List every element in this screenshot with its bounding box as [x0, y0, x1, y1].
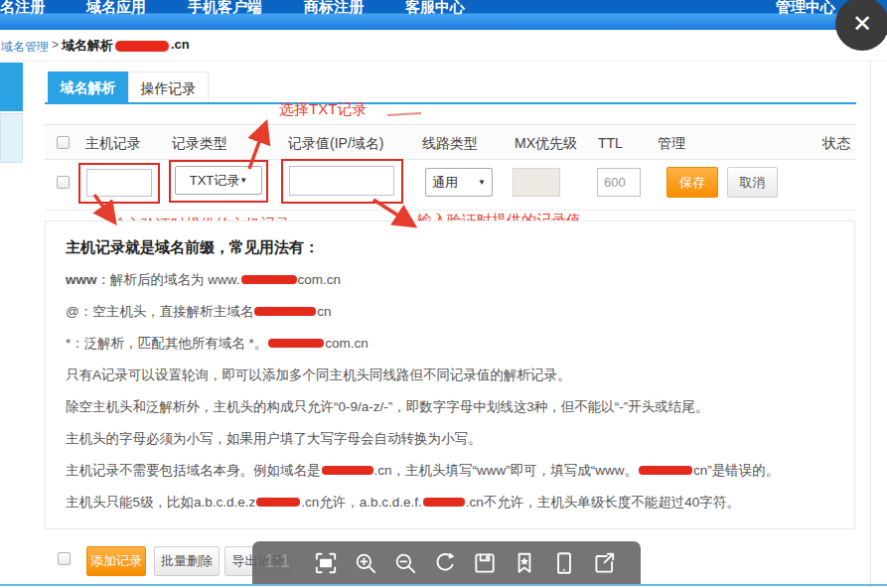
- help-body: www：解析后的域名为 www.com.cn@：空主机头，直接解析主域名cn*：…: [66, 270, 834, 513]
- help-line: 除空主机头和泛解析外，主机头的构成只允许“0-9/a-z/-”，即数字字母中划线…: [66, 397, 834, 417]
- divider: [45, 210, 856, 211]
- divider: [870, 62, 871, 588]
- help-text: com.cn: [325, 336, 369, 351]
- help-line: 主机记录不需要包括域名本身。例如域名是.cn，主机头填写“www”即可，填写成“…: [66, 461, 834, 481]
- divider: [0, 61, 887, 62]
- help-text: ：解析后的域名为 www.: [97, 272, 240, 287]
- caret-down-icon: ▼: [478, 178, 486, 187]
- help-line: www：解析后的域名为 www.com.cn: [66, 270, 834, 290]
- topnav-item-4[interactable]: 客服中心: [405, 0, 465, 16]
- help-text: 主机记录不需要包括域名本身。例如域名是: [66, 463, 321, 478]
- topnav-item-2[interactable]: 手机客户端: [188, 0, 262, 16]
- column-header: MX优先级: [515, 135, 577, 153]
- help-text: .cn，主机头填写“www”即可，填写成“www。: [374, 463, 639, 478]
- batch-delete-button[interactable]: 批量删除: [154, 546, 220, 576]
- top-navigation-bar: 域名注册域名应用手机客户端商标注册客服中心 管理中心 ▼: [0, 0, 887, 30]
- redaction-mark: [639, 466, 692, 475]
- column-header: 记录类型: [172, 135, 227, 153]
- dns-management-window: 域名注册域名应用手机客户端商标注册客服中心 管理中心 ▼ ✕ 域名管理 > 域名…: [0, 0, 887, 588]
- topnav-item-3[interactable]: 商标注册: [304, 0, 364, 16]
- toolbar-icons: [312, 549, 618, 577]
- help-title: 主机记录就是域名前缀，常见用法有：: [66, 238, 834, 257]
- help-text: 主机头只能5级，比如a.b.c.d.e.z: [66, 495, 255, 510]
- topnav-item-0[interactable]: 域名注册: [0, 0, 45, 16]
- column-header: TTL: [598, 135, 623, 151]
- breadcrumb: 域名管理 > 域名解析 .cn: [0, 30, 887, 61]
- breadcrumb-root-link[interactable]: 域名管理: [1, 39, 49, 56]
- close-icon: ✕: [852, 10, 872, 37]
- row-checkbox[interactable]: [57, 176, 70, 189]
- zoom-out-icon: [392, 550, 418, 576]
- help-text: 只有A记录可以设置轮询，即可以添加多个同主机头同线路但不同记录值的解析记录。: [66, 368, 571, 382]
- column-header: 线路类型: [422, 135, 478, 153]
- help-text: 主机头的字母必须为小写，如果用户填了大写字母会自动转换为小写。: [66, 431, 482, 446]
- breadcrumb-domain-suffix: .cn: [171, 37, 190, 52]
- breadcrumb-page-title: 域名解析: [62, 37, 113, 55]
- help-text: .cn允许，a.b.c.d.e.f.: [301, 495, 422, 510]
- help-text: www: [66, 272, 97, 287]
- help-text: .cn不允许，主机头单级长度不能超过40字符。: [466, 495, 740, 510]
- save-icon: [472, 550, 498, 576]
- tab-operation-log[interactable]: 操作记录: [128, 72, 209, 104]
- help-text: *：泛解析，匹配其他所有域名 *。: [66, 336, 267, 351]
- toolbar-share-button[interactable]: [590, 549, 618, 577]
- fit-screen-icon: [313, 550, 339, 576]
- topnav-items: 域名注册域名应用手机客户端商标注册客服中心: [0, 0, 507, 16]
- sidebar-remnant-active: [0, 63, 23, 111]
- caret-down-icon: ▼: [239, 176, 247, 185]
- toolbar-zoom-out-button[interactable]: [391, 549, 419, 577]
- breadcrumb-separator: >: [52, 38, 59, 52]
- rotate-icon: [432, 550, 458, 576]
- help-line: 主机头的字母必须为小写，如果用户填了大写字母会自动转换为小写。: [66, 429, 834, 449]
- cancel-button[interactable]: 取消: [727, 167, 778, 198]
- record-type-select[interactable]: TXT记录▼: [175, 166, 262, 195]
- arrow-to-host-hint: [94, 195, 113, 220]
- share-icon: [591, 550, 617, 576]
- topnav-item-1[interactable]: 域名应用: [86, 0, 146, 16]
- help-text: @：空主机头，直接解析主域名: [66, 304, 253, 319]
- manage-center-link[interactable]: 管理中心: [776, 0, 835, 16]
- tab-underline: [45, 102, 856, 104]
- help-line: @：空主机头，直接解析主域名cn: [66, 302, 834, 322]
- help-line: 主机头只能5级，比如a.b.c.d.e.z.cn允许，a.b.c.d.e.f..…: [66, 493, 834, 513]
- toolbar-bookmark-button[interactable]: [511, 549, 538, 577]
- column-header: 主机记录: [85, 135, 141, 153]
- zoom-in-icon: [353, 550, 378, 576]
- add-record-button[interactable]: 添加记录: [86, 546, 146, 576]
- toolbar-save-button[interactable]: [471, 549, 499, 577]
- device-icon: [551, 550, 577, 576]
- redaction-mark: [322, 466, 373, 475]
- toolbar-rotate-button[interactable]: [431, 549, 459, 577]
- help-text: 除空主机头和泛解析外，主机头的构成只允许“0-9/a-z/-”，即数字字母中划线…: [66, 399, 708, 414]
- host-record-input[interactable]: [86, 169, 152, 197]
- toolbar-device-button[interactable]: [550, 549, 578, 577]
- toolbar-zoom-in-button[interactable]: [352, 549, 379, 577]
- scale-label: 1:1: [264, 550, 290, 572]
- column-header: 管理: [658, 135, 685, 153]
- save-button[interactable]: 保存: [666, 167, 718, 198]
- redaction-mark: [256, 498, 300, 507]
- redaction-mark: [241, 275, 297, 284]
- redaction-mark: [423, 498, 465, 507]
- tab-dns-resolution[interactable]: 域名解析: [48, 72, 128, 104]
- mx-priority-input: [513, 168, 560, 197]
- close-button[interactable]: ✕: [835, 0, 887, 51]
- help-text: com.cn: [298, 272, 342, 287]
- footer-checkbox[interactable]: [58, 552, 71, 565]
- ttl-input[interactable]: [597, 168, 641, 197]
- table-header-row: 主机记录记录类型记录值(IP/域名)线路类型MX优先级TTL管理状态: [45, 124, 856, 160]
- help-line: 只有A记录可以设置轮询，即可以添加多个同主机头同线路但不同记录值的解析记录。: [66, 366, 834, 385]
- line-type-value: 通用: [432, 174, 458, 192]
- sidebar-remnant: [0, 113, 23, 163]
- viewer-toolbar: 1:1: [252, 541, 641, 584]
- page-bottom-edge: [0, 584, 887, 586]
- help-panel: 主机记录就是域名前缀，常见用法有： www：解析后的域名为 www.com.cn…: [45, 220, 855, 529]
- toolbar-fit-screen-button[interactable]: [312, 549, 340, 577]
- line-type-select[interactable]: 通用▼: [425, 168, 493, 197]
- record-value-input[interactable]: [289, 166, 394, 196]
- select-all-checkbox[interactable]: [57, 136, 70, 149]
- help-text: cn”是错误的。: [693, 463, 779, 478]
- redaction-mark: [254, 307, 316, 316]
- column-header: 状态: [822, 135, 850, 153]
- record-type-value: TXT记录: [190, 172, 240, 190]
